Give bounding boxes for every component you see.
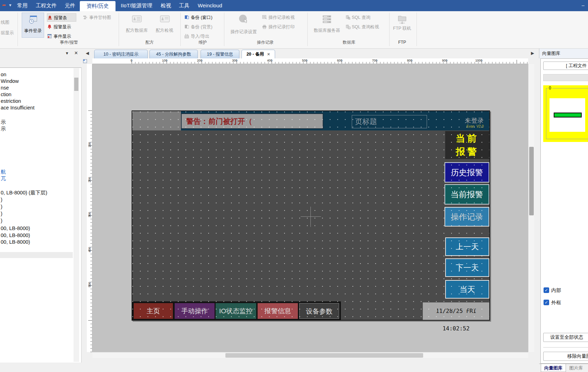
backup-background-button[interactable]: 备份 (背景) xyxy=(184,23,221,31)
internal-checkbox[interactable]: ✓ xyxy=(544,287,549,293)
menu-tab-tool[interactable]: 工具 xyxy=(176,0,192,11)
menu-tab-view[interactable]: 检视 xyxy=(158,0,174,11)
import-export-icon xyxy=(184,34,189,39)
internal-checkbox-label: 内部 xyxy=(551,287,561,293)
tree-item[interactable]: ) xyxy=(1,210,2,217)
menu-tab-common[interactable]: 常用 xyxy=(14,0,31,11)
sql-query-view-button[interactable]: SQL 查询检视 xyxy=(345,23,387,31)
tree-item[interactable]: nse xyxy=(1,85,9,91)
cursor-crosshair xyxy=(310,207,311,227)
remove-vector-button[interactable]: 移除向量图库 xyxy=(543,352,588,361)
canvas-vertical-scrollbar-thumb[interactable] xyxy=(529,147,534,215)
tab-window-45[interactable]: 45 - 分段解拘参数 xyxy=(149,50,198,58)
menu-tab-weincloud[interactable]: Weincloud xyxy=(194,0,226,11)
tab-picture-library[interactable]: 图片库 xyxy=(567,364,585,372)
alarm-display-icon xyxy=(47,24,52,29)
oplog-print-icon xyxy=(262,24,267,29)
nav-io-status-button[interactable]: IO状态监控 xyxy=(216,303,256,319)
recipe-database-button[interactable]: 配方数据库 xyxy=(122,13,151,38)
v-ruler-500: 500 xyxy=(88,279,91,290)
tree-item[interactable]: ) xyxy=(1,203,2,210)
tab-window-20-active[interactable]: 20 - 备用 ✕ xyxy=(241,50,275,58)
tree-item-selected[interactable] xyxy=(0,252,73,258)
vector-gallery-item-selected[interactable]: 0 xyxy=(543,85,588,142)
history-alarm-button[interactable]: 历史报警 xyxy=(444,162,489,183)
tree-item[interactable]: 00, LB-8000) xyxy=(1,225,30,231)
tab-window-10[interactable]: 10 - 密码注消提示 xyxy=(94,50,148,58)
alarm-bar-button[interactable]: 报警条 xyxy=(47,13,76,22)
canvas-horizontal-scrollbar-thumb[interactable] xyxy=(225,353,423,358)
tree-item[interactable]: 00, LB-8000) xyxy=(1,239,30,245)
database-server-button[interactable]: 数据库服务器 xyxy=(311,13,343,38)
tree-item[interactable]: 航 xyxy=(1,169,6,175)
menu-tab-project[interactable]: 工程文件 xyxy=(32,0,60,11)
set-all-states-button[interactable]: 设置至全部状态 xyxy=(543,333,588,342)
library-scope-dropdown[interactable]: [ 工程文件 xyxy=(543,62,588,70)
menu-tab-data-history[interactable]: 资料/历史 xyxy=(80,1,115,11)
tree-item[interactable]: Window xyxy=(1,78,19,84)
ribbon-cut-label-history-data[interactable]: 据显示 xyxy=(1,30,14,36)
ribbon-cut-label-trend[interactable]: 线图 xyxy=(1,20,9,26)
hmi-screen[interactable]: 警告：前门被打开（ 页标题 未登录 Evan V2.0 当前 报警 历史报警 当… xyxy=(132,110,490,321)
oplog-view-button[interactable]: 操作记录检视 xyxy=(262,13,303,22)
today-button[interactable]: 当天 xyxy=(445,280,489,299)
outline-checkbox[interactable]: ✓ xyxy=(544,300,549,305)
left-panel-close-icon[interactable]: ✕ xyxy=(74,50,78,56)
nav-device-params-button[interactable]: 设备参数 xyxy=(299,303,339,319)
left-panel-scrollbar-thumb[interactable] xyxy=(74,78,78,91)
left-panel-dropdown-icon[interactable]: ▼ xyxy=(65,51,69,55)
login-status-text[interactable]: 未登录 xyxy=(412,116,487,125)
tab-window-19[interactable]: 19 - 报警信息 xyxy=(201,50,239,58)
current-alarm-panel[interactable]: 当前 报警 xyxy=(445,131,489,159)
alarm-marquee[interactable]: 警告：前门被打开（ xyxy=(181,113,323,129)
oplog-print-button[interactable]: 操作记录打印 xyxy=(262,23,303,31)
tree-item[interactable]: estriction xyxy=(1,98,21,104)
alarm-bar-icon xyxy=(47,15,52,20)
oplog-settings-button[interactable]: 操作记录设置 xyxy=(227,13,260,38)
tree-item[interactable]: 示 xyxy=(1,119,6,125)
next-day-button[interactable]: 下一天 xyxy=(445,258,489,277)
nav-home-button[interactable]: 主页 xyxy=(134,303,173,319)
current-alarm-button[interactable]: 当前报警 xyxy=(444,184,489,205)
operation-record-button[interactable]: 操作记录 xyxy=(444,207,489,227)
backup-window-button[interactable]: 备份 (窗口) xyxy=(184,13,221,22)
tree-item[interactable]: 00, LB-8000) xyxy=(1,232,30,238)
tab-scroll-right-icon[interactable]: ▶ xyxy=(531,51,534,56)
sql-query-button[interactable]: SQL 查询 xyxy=(345,13,384,22)
previous-day-button[interactable]: 上一天 xyxy=(445,237,489,256)
alarm-display-button[interactable]: 报警显示 xyxy=(47,23,78,31)
ftp-connect-button[interactable]: FTP 联机 xyxy=(392,13,412,38)
event-gantt-button[interactable]: 事件甘特图 xyxy=(83,13,118,22)
quick-access-redo-icon[interactable]: ➦ xyxy=(2,2,6,8)
group-label-database: 数据库 xyxy=(311,39,387,45)
recipe-view-button[interactable]: 配方检视 xyxy=(153,13,176,38)
menu-tab-iiot[interactable]: IIoT/能源管理 xyxy=(117,0,156,11)
tree-item[interactable]: ) xyxy=(1,217,2,224)
nav-manual-button[interactable]: 手动操作 xyxy=(175,303,215,319)
left-panel-scrollbar[interactable] xyxy=(74,68,79,362)
tab-vector-library[interactable]: 向量图库 xyxy=(541,364,566,372)
datetime-display[interactable]: 11/28/25 FRI 14:02:52 xyxy=(423,302,489,320)
tab-close-icon[interactable]: ✕ xyxy=(267,52,270,56)
tree-item[interactable]: 示 xyxy=(1,126,6,132)
ftp-connect-icon xyxy=(397,14,407,24)
canvas-vertical-scrollbar[interactable] xyxy=(528,64,534,352)
tree-item[interactable]: ction xyxy=(1,91,12,98)
tab-scroll-left-icon[interactable]: ◀ xyxy=(86,51,89,56)
ruler-settings-icon[interactable] xyxy=(83,59,87,63)
tree-item[interactable]: ) xyxy=(1,196,2,203)
tree-item[interactable]: 兀 xyxy=(1,175,6,181)
v-ruler-200: 200 xyxy=(88,174,91,185)
backup-window-label: 备份 (窗口) xyxy=(191,15,212,20)
tree-item[interactable]: 0, LB-8000) (最下层) xyxy=(1,189,47,196)
event-log-button[interactable]: 事件登录 xyxy=(22,13,44,38)
canvas-horizontal-scrollbar[interactable] xyxy=(92,352,528,358)
nav-alarm-info-button[interactable]: 报警信息 xyxy=(258,303,298,319)
tree-item[interactable]: ace Insufficient xyxy=(1,105,34,111)
screen-header-gray-segment[interactable] xyxy=(132,111,181,130)
minimize-button[interactable]: – xyxy=(580,3,586,8)
menu-tab-object[interactable]: 元件 xyxy=(62,0,78,11)
quick-access-customize-icon[interactable]: ▾ xyxy=(9,2,12,8)
tree-item[interactable]: on xyxy=(1,71,6,78)
window-tree-panel[interactable]: on Window nse ction estriction ace Insuf… xyxy=(0,67,82,363)
